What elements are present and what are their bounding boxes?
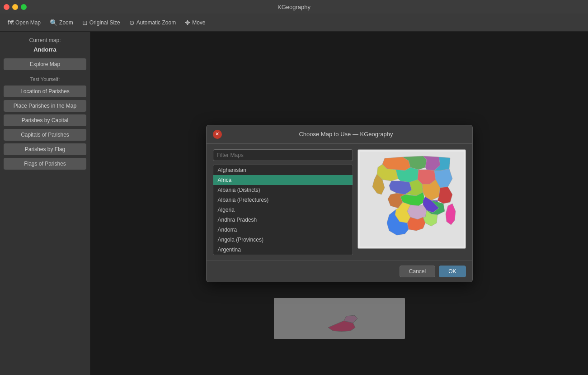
dialog-body: Afghanistan Africa Albania (Districts) A…	[207, 144, 472, 261]
automatic-zoom-label: Automatic Zoom	[136, 19, 176, 26]
move-label: Move	[192, 19, 205, 26]
list-item[interactable]: Andorra	[213, 225, 353, 235]
list-item[interactable]: Afghanistan	[213, 165, 353, 175]
list-item[interactable]: Algeria	[213, 205, 353, 215]
list-item[interactable]: Albania (Prefectures)	[213, 195, 353, 205]
flags-of-parishes-button[interactable]: Flags of Parishes	[4, 158, 86, 170]
list-item[interactable]: Albania (Districts)	[213, 185, 353, 195]
current-map-label: Current map:	[4, 37, 86, 43]
map-list[interactable]: Afghanistan Africa Albania (Districts) A…	[213, 165, 353, 255]
move-button[interactable]: ✥ Move	[181, 17, 209, 28]
minimize-button[interactable]	[12, 4, 18, 10]
automatic-zoom-icon: ⊙	[129, 19, 135, 26]
titlebar: KGeography	[0, 0, 588, 14]
dialog-close-button[interactable]: ✕	[213, 130, 222, 139]
window-title: KGeography	[278, 4, 310, 10]
original-size-label: Original Size	[89, 19, 120, 26]
explore-map-button[interactable]: Explore Map	[4, 58, 86, 70]
dialog-title: Choose Map to Use — KGeography	[226, 131, 466, 138]
list-item[interactable]: Andhra Pradesh	[213, 215, 353, 225]
titlebar-buttons	[4, 4, 27, 10]
cancel-button[interactable]: Cancel	[400, 266, 435, 277]
list-item[interactable]: Angola (Provinces)	[213, 235, 353, 245]
open-map-label: Open Map	[15, 19, 41, 26]
map-preview	[358, 149, 466, 249]
capitals-of-parishes-button[interactable]: Capitals of Parishes	[4, 129, 86, 141]
place-parishes-button[interactable]: Place Parishes in the Map	[4, 100, 86, 112]
original-size-button[interactable]: ⊡ Original Size	[79, 17, 124, 28]
zoom-label: Zoom	[59, 19, 73, 26]
dialog-footer: Cancel OK	[207, 261, 472, 282]
sidebar: Current map: Andorra Explore Map Test Yo…	[0, 32, 90, 375]
move-icon: ✥	[185, 19, 190, 26]
africa-preview-svg	[360, 152, 464, 247]
list-item-africa[interactable]: Africa	[213, 175, 353, 185]
parishes-by-flag-button[interactable]: Parishes by Flag	[4, 143, 86, 155]
zoom-icon: 🔍	[50, 19, 57, 26]
toolbar: 🗺 Open Map 🔍 Zoom ⊡ Original Size ⊙ Auto…	[0, 14, 588, 32]
filter-maps-input[interactable]	[213, 149, 353, 161]
automatic-zoom-button[interactable]: ⊙ Automatic Zoom	[126, 17, 179, 28]
maximize-button[interactable]	[21, 4, 27, 10]
dialog-header: ✕ Choose Map to Use — KGeography	[207, 125, 472, 144]
open-map-icon: 🗺	[7, 19, 14, 26]
open-map-button[interactable]: 🗺 Open Map	[4, 17, 44, 28]
close-button[interactable]	[4, 4, 9, 10]
list-item[interactable]: Argentina	[213, 245, 353, 255]
current-map-name: Andorra	[4, 46, 86, 53]
test-yourself-label: Test Yourself:	[4, 76, 86, 82]
map-area: ✕ Choose Map to Use — KGeography Afghani…	[90, 32, 588, 375]
zoom-button[interactable]: 🔍 Zoom	[46, 17, 77, 28]
dialog-left-panel: Afghanistan Africa Albania (Districts) A…	[213, 149, 353, 255]
main-layout: Current map: Andorra Explore Map Test Yo…	[0, 32, 588, 375]
parishes-by-capital-button[interactable]: Parishes by Capital	[4, 114, 86, 126]
ok-button[interactable]: OK	[439, 266, 466, 277]
dialog-overlay: ✕ Choose Map to Use — KGeography Afghani…	[90, 32, 588, 375]
choose-map-dialog: ✕ Choose Map to Use — KGeography Afghani…	[206, 125, 473, 282]
original-size-icon: ⊡	[82, 19, 88, 26]
location-of-parishes-button[interactable]: Location of Parishes	[4, 85, 86, 97]
